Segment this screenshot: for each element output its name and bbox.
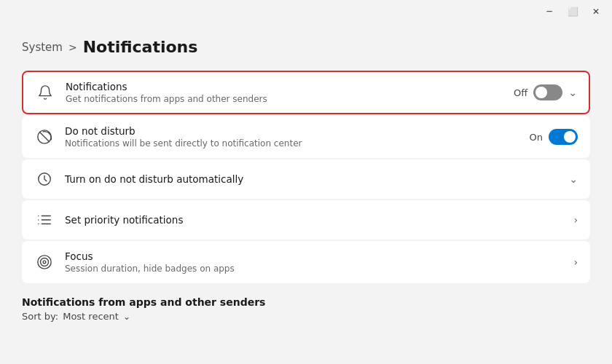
arrow-icon-priority: › — [573, 214, 578, 226]
sort-row[interactable]: Sort by: Most recent ⌄ — [22, 311, 590, 322]
notifications-control[interactable]: Off ⌄ — [514, 84, 577, 100]
setting-desc-dnd: Notifications will be sent directly to n… — [65, 138, 519, 149]
setting-row-dnd[interactable]: Do not disturb Notifications will be sen… — [22, 116, 590, 158]
setting-title-dnd: Do not disturb — [65, 125, 519, 137]
setting-desc: Get notifications from apps and other se… — [66, 94, 503, 104]
setting-row-notifications[interactable]: Notifications Get notifications from app… — [22, 71, 590, 114]
dnd-icon — [34, 127, 55, 147]
setting-text-priority: Set priority notifications — [65, 214, 563, 226]
auto-dnd-control[interactable]: ⌄ — [569, 173, 578, 185]
page-title: Notifications — [83, 38, 198, 56]
dnd-toggle[interactable] — [549, 129, 578, 145]
arrow-icon-focus: › — [573, 256, 578, 268]
clock-icon — [34, 169, 55, 189]
sort-chevron-icon[interactable]: ⌄ — [123, 312, 130, 322]
chevron-icon-notifications[interactable]: ⌄ — [568, 87, 577, 98]
chevron-icon-auto-dnd: ⌄ — [569, 173, 578, 185]
setting-row-priority[interactable]: Set priority notifications › — [22, 200, 590, 240]
sort-value[interactable]: Most recent — [63, 311, 119, 322]
breadcrumb: System > Notifications — [22, 38, 590, 56]
close-button[interactable]: ✕ — [586, 4, 606, 19]
settings-list: Notifications Get notifications from app… — [22, 71, 590, 283]
svg-point-10 — [41, 258, 49, 266]
toggle-slider-dnd — [549, 129, 578, 145]
svg-point-11 — [43, 261, 46, 264]
toggle-label-dnd: On — [530, 132, 543, 143]
setting-row-focus[interactable]: Focus Session duration, hide badges on a… — [22, 241, 590, 283]
focus-control[interactable]: › — [573, 256, 578, 268]
priority-icon — [34, 210, 55, 230]
bell-icon — [35, 82, 55, 103]
setting-text-notifications: Notifications Get notifications from app… — [66, 81, 503, 104]
toggle-slider-notifications — [533, 84, 562, 100]
setting-desc-focus: Session duration, hide badges on apps — [65, 264, 563, 274]
maximize-button[interactable]: ⬜ — [562, 4, 583, 19]
setting-title-priority: Set priority notifications — [65, 214, 563, 226]
svg-line-1 — [40, 132, 50, 142]
setting-row-auto-dnd[interactable]: Turn on do not disturb automatically ⌄ — [22, 159, 590, 199]
setting-text-auto-dnd: Turn on do not disturb automatically — [65, 173, 559, 185]
svg-point-9 — [38, 256, 51, 269]
toggle-label-notifications: Off — [514, 87, 527, 98]
breadcrumb-system[interactable]: System — [22, 41, 63, 54]
dnd-control[interactable]: On — [530, 129, 578, 145]
breadcrumb-separator: > — [68, 41, 77, 53]
main-content: System > Notifications Notifications Get… — [0, 23, 612, 364]
setting-text-focus: Focus Session duration, hide badges on a… — [65, 250, 563, 274]
apps-section-title: Notifications from apps and other sender… — [22, 296, 590, 308]
setting-title-focus: Focus — [65, 250, 563, 262]
sort-label: Sort by: — [22, 311, 58, 322]
setting-text-dnd: Do not disturb Notifications will be sen… — [65, 125, 519, 149]
focus-icon — [34, 252, 55, 272]
setting-title: Notifications — [66, 81, 503, 92]
priority-control[interactable]: › — [573, 214, 578, 226]
notifications-toggle[interactable] — [533, 84, 562, 100]
title-bar: ─ ⬜ ✕ — [0, 0, 612, 23]
apps-section-header: Notifications from apps and other sender… — [22, 296, 590, 322]
minimize-button[interactable]: ─ — [539, 4, 560, 19]
setting-title-auto-dnd: Turn on do not disturb automatically — [65, 173, 559, 185]
